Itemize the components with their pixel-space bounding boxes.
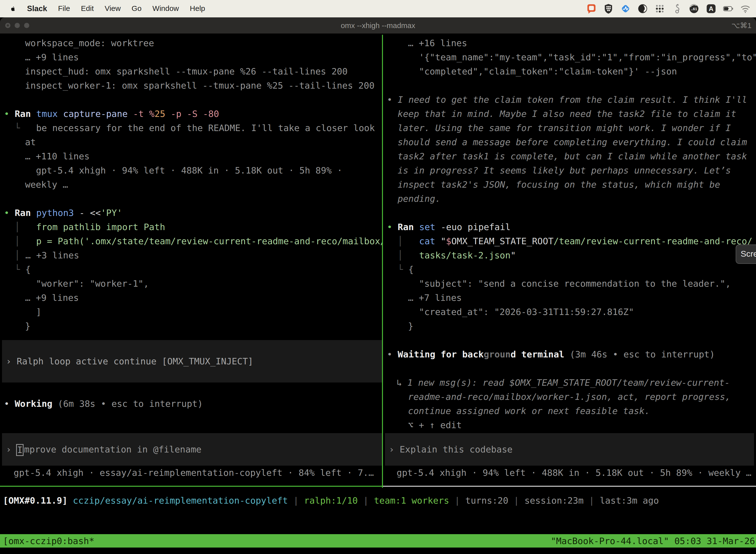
terminal-line: gpt-5.4 xhigh · 94% left · 488K in · 5.1…: [0, 163, 382, 177]
terminal-line: should send a message before completing …: [383, 135, 756, 149]
terminal-line: "created_at": "2026-03-31T11:59:27.816Z": [383, 305, 756, 319]
terminal-line: inspect_worker-1: omx sparkshell --tmux-…: [0, 78, 382, 93]
terminal-line: • Ran set -euo pipefail: [383, 220, 756, 234]
terminal: workspace_mode: worktree… +9 linesinspec…: [0, 34, 756, 554]
terminal-line: }: [0, 319, 382, 333]
terminal-line: • Ran python3 - <<'PY': [0, 206, 382, 220]
screen-tooltip: Scre: [736, 244, 756, 264]
menu-item-slack[interactable]: Slack: [27, 4, 47, 13]
right-input-text: › Explain this codebase: [385, 433, 754, 466]
terminal-line: … +110 lines: [0, 149, 382, 163]
terminal-line: │ from pathlib import Path: [0, 220, 382, 234]
a-square-icon[interactable]: A: [706, 3, 716, 14]
menu-item-view[interactable]: View: [105, 4, 121, 13]
terminal-line: keep that in mind. Maybe I also need the…: [383, 107, 756, 121]
menu-item-help[interactable]: Help: [190, 4, 205, 13]
terminal-line: [0, 93, 382, 107]
terminal-line: • Waiting for background terminal (3m 46…: [383, 347, 756, 362]
dots-grid-icon[interactable]: [654, 3, 665, 14]
left-input-text: › Improve documentation in @filename: [2, 433, 382, 466]
right-pane-status-line: gpt-5.4 xhigh · 94% left · 488K in · 5.1…: [383, 466, 756, 480]
badge-61-icon[interactable]: ..61: [689, 3, 699, 14]
terminal-line: gpt-5.4 xhigh · 94% left · 488K in · 5.1…: [383, 466, 756, 480]
left-input-box[interactable]: › Improve documentation in @filename: [2, 433, 382, 466]
pane-divider-vertical[interactable]: [382, 35, 383, 488]
terminal-line: workspace_mode: worktree: [0, 36, 382, 50]
terminal-line: readme-and-reco/mailbox/worker-1.json, a…: [383, 390, 756, 404]
terminal-line: │ p = Path('.omx/state/team/review-curre…: [0, 234, 382, 248]
terminal-line: │ tasks/task-2.json": [383, 248, 756, 262]
terminal-line: [0, 191, 382, 206]
terminal-line: "completed","claim_token":"claim-token"}…: [383, 64, 756, 78]
terminal-line: │ … +3 lines: [0, 248, 382, 262]
terminal-line: └ be necessary for the end of the README…: [0, 121, 382, 135]
left-pane-working-status: • Working (6m 38s • esc to interrupt): [0, 397, 382, 411]
terminal-line: [383, 362, 756, 376]
terminal-line: at: [0, 135, 382, 149]
terminal-line: inspect task2's JSON, focusing on the st…: [383, 177, 756, 191]
terminal-line: ]: [0, 305, 382, 319]
left-pane-output: workspace_mode: worktree… +9 linesinspec…: [0, 36, 382, 333]
omx-status-line: [OMX#0.11.9] cczip/essay/ai-reimplementa…: [0, 493, 756, 508]
menu-items: SlackFileEditViewGoWindowHelp: [27, 4, 205, 13]
right-input-box[interactable]: › Explain this codebase: [385, 433, 754, 466]
terminal-line: └ {: [0, 262, 382, 277]
terminal-line: … +7 lines: [383, 291, 756, 305]
terminal-line: │ cat "$OMX_TEAM_STATE_ROOT/team/review-…: [383, 234, 756, 248]
pane-divider-horizontal-left[interactable]: [0, 486, 382, 487]
ralph-loop-banner: › Ralph loop active continue [OMX_TMUX_I…: [2, 340, 382, 383]
battery-icon[interactable]: [723, 3, 734, 14]
window-title: omx --xhigh --madmax: [0, 17, 756, 34]
apple-icon[interactable]: [9, 5, 16, 12]
terminal-line: "subject": "send a concise recommendatio…: [383, 277, 756, 291]
tmux-status-bar: [omx-cczip0:bash* "MacBook-Pro-44.local"…: [0, 534, 756, 548]
terminal-line: … +16 lines: [383, 36, 756, 50]
menu-bar-left: SlackFileEditViewGoWindowHelp: [0, 4, 205, 13]
menu-item-edit[interactable]: Edit: [81, 4, 94, 13]
badge-61-icon-label: ..61: [689, 3, 699, 14]
crescent-circle-icon[interactable]: [637, 3, 648, 14]
terminal-line: task2 after task1 is complete, but can I…: [383, 149, 756, 163]
terminal-line: • I need to get the claim token from the…: [383, 93, 756, 107]
terminal-line: [383, 206, 756, 220]
terminal-line: inspect_hud: omx sparkshell --tmux-pane …: [0, 64, 382, 78]
terminal-line: is in progress? It seems likely but perh…: [383, 163, 756, 177]
terminal-line: pending.: [383, 191, 756, 206]
left-terminal-pane[interactable]: workspace_mode: worktree… +9 linesinspec…: [0, 34, 382, 488]
menu-bar: SlackFileEditViewGoWindowHelp ..61A: [0, 0, 756, 17]
terminal-line: later. Using the same for transition mig…: [383, 121, 756, 135]
terminal-line: '{"team_name":"my-team","task_id":"1","f…: [383, 50, 756, 64]
terminal-line: … +9 lines: [0, 50, 382, 64]
menu-item-file[interactable]: File: [58, 4, 70, 13]
terminal-line: ⌥ + ↑ edit: [383, 418, 756, 432]
terminal-line: • Ran tmux capture-pane -t %25 -p -S -80: [0, 107, 382, 121]
terminal-line: [383, 78, 756, 93]
squiggle-icon[interactable]: [672, 3, 682, 14]
left-pane-status-line: gpt-5.4 xhigh · essay/ai-reimplementatio…: [0, 466, 382, 480]
terminal-line: ↳ 1 new msg(s): read $OMX_TEAM_STATE_ROO…: [383, 376, 756, 390]
wifi-icon[interactable]: [740, 3, 751, 14]
pane-divider-horizontal-right[interactable]: [383, 486, 756, 487]
terminal-line: "worker": "worker-1",: [0, 277, 382, 291]
window-title-bar: omx --xhigh --madmax ⌥⌘1: [0, 17, 756, 34]
menu-bar-status-icons: ..61A: [586, 3, 756, 14]
menu-item-window[interactable]: Window: [152, 4, 179, 13]
a-square-icon-label: A: [706, 3, 716, 14]
slack-badge-icon[interactable]: [586, 3, 596, 14]
window-shortcut-hint: ⌥⌘1: [732, 17, 752, 34]
terminal-line: • Working (6m 38s • esc to interrupt): [0, 397, 382, 411]
tmux-host-clock: "MacBook-Pro-44.local" 05:03 31-Mar-26: [551, 536, 756, 546]
terminal-line: continue assigned work or next feasible …: [383, 404, 756, 418]
terminal-line: gpt-5.4 xhigh · essay/ai-reimplementatio…: [0, 466, 382, 480]
right-terminal-pane[interactable]: … +16 lines'{"team_name":"my-team","task…: [383, 34, 756, 488]
terminal-line: … +9 lines: [0, 291, 382, 305]
ralph-loop-banner-text: › Ralph loop active continue [OMX_TMUX_I…: [2, 340, 382, 383]
right-pane-output: … +16 lines'{"team_name":"my-team","task…: [383, 36, 756, 432]
shield-grid-icon[interactable]: [603, 3, 614, 14]
terminal-line: [383, 333, 756, 347]
blue-pulse-icon[interactable]: [620, 3, 631, 14]
tmux-session-window: [omx-cczip0:bash*: [0, 536, 94, 546]
menu-item-go[interactable]: Go: [132, 4, 142, 13]
terminal-line: └ {: [383, 262, 756, 277]
terminal-line: }: [383, 319, 756, 333]
